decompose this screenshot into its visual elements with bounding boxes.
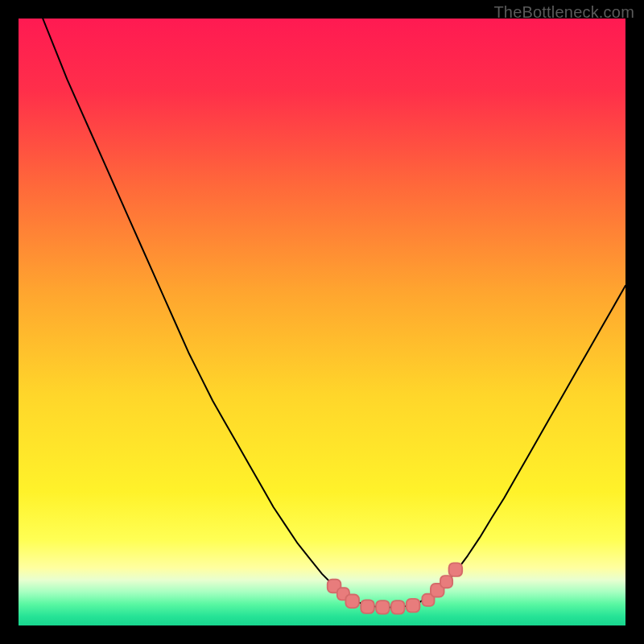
bottleneck-curve bbox=[43, 19, 625, 607]
outer-frame: TheBottleneck.com bbox=[0, 0, 644, 644]
curve-marker bbox=[361, 600, 374, 613]
plot-area bbox=[19, 19, 625, 625]
curve-marker bbox=[440, 576, 452, 588]
curve-markers bbox=[328, 563, 462, 613]
curve-marker bbox=[391, 601, 405, 614]
curve-marker bbox=[449, 563, 463, 576]
bottleneck-curve-chart bbox=[19, 19, 625, 625]
curve-marker bbox=[407, 599, 420, 613]
watermark-text: TheBottleneck.com bbox=[493, 3, 634, 22]
curve-marker bbox=[376, 601, 390, 614]
curve-marker bbox=[345, 595, 359, 609]
